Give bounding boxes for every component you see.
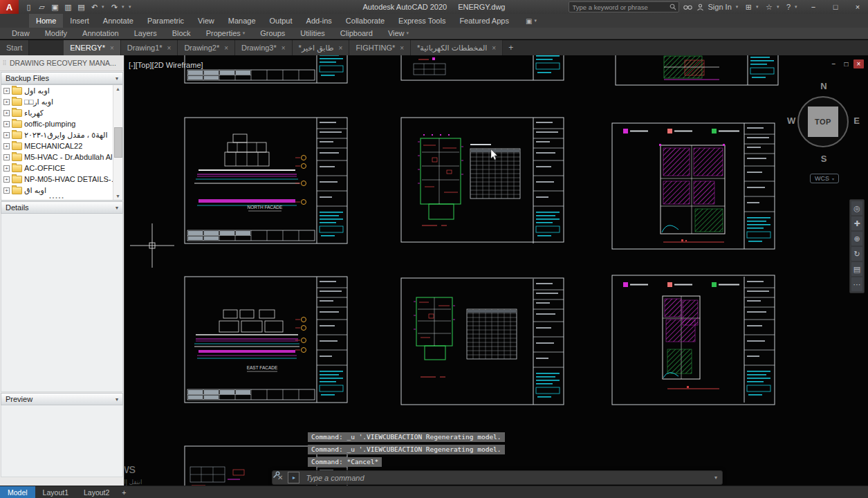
backup-files-header[interactable]: Backup Files ▾ xyxy=(1,72,123,84)
qat-customize-icon[interactable]: ▾ xyxy=(129,4,134,10)
ribbon-tab-insert[interactable]: Insert xyxy=(63,14,96,28)
search-input[interactable] xyxy=(571,3,670,12)
viewcube-top-face[interactable]: TOP xyxy=(808,107,838,137)
ribbon-tab-view[interactable]: View xyxy=(191,14,221,28)
customize-wrench-icon[interactable] xyxy=(273,471,280,479)
ribbon-tab-home[interactable]: Home xyxy=(29,14,63,28)
ribbon-tab-addins[interactable]: Add-ins xyxy=(299,14,339,28)
panel-utilities[interactable]: Utilities xyxy=(293,29,332,37)
minimize-button[interactable]: − xyxy=(804,1,822,13)
file-tab-energy[interactable]: ENERGY*× xyxy=(64,40,121,55)
close-tab-icon[interactable]: × xyxy=(224,44,228,52)
undo-dropdown-icon[interactable]: ▾ xyxy=(102,4,107,10)
details-header[interactable]: Details ▾ xyxy=(1,201,123,214)
doc-restore-icon[interactable]: □ xyxy=(841,59,851,68)
viewcube-west[interactable]: W xyxy=(787,116,795,126)
ribbon-display-dropdown-icon[interactable]: ▾ xyxy=(534,18,539,24)
tree-item[interactable]: +كهرباء xyxy=(1,107,122,118)
new-layout-button[interactable]: + xyxy=(117,486,131,498)
tree-item[interactable]: +NP-M05-HVAC DETAILS-Dr.Ab xyxy=(1,174,122,185)
help-dropdown-icon[interactable]: ▾ xyxy=(795,4,800,10)
collapse-icon[interactable]: ▾ xyxy=(116,75,118,82)
panel-layers[interactable]: Layers xyxy=(127,29,165,37)
restore-button[interactable]: □ xyxy=(827,1,844,13)
close-tab-icon[interactable]: × xyxy=(110,44,114,52)
panel-draw[interactable]: Draw xyxy=(4,29,37,37)
panel-groups[interactable]: Groups xyxy=(252,29,293,37)
autocad-logo-icon[interactable]: A xyxy=(0,0,19,14)
panel-properties[interactable]: Properties▾ xyxy=(198,29,253,37)
close-button[interactable]: × xyxy=(849,1,867,13)
app-store-icon[interactable]: ⊞ xyxy=(746,3,752,12)
ribbon-tab-manage[interactable]: Manage xyxy=(221,14,263,28)
close-tab-icon[interactable]: × xyxy=(167,44,172,52)
model-space-canvas[interactable]: NORTH FACADE xyxy=(124,55,868,486)
tree-item[interactable]: +اوبه ار□□ xyxy=(1,96,122,107)
expand-icon[interactable]: + xyxy=(3,88,10,94)
close-tab-icon[interactable]: × xyxy=(492,44,496,52)
viewcube[interactable]: N TOP W E S xyxy=(787,80,860,164)
stay-connected-dropdown-icon[interactable]: ▾ xyxy=(777,4,782,10)
showmotion-icon[interactable]: ▤ xyxy=(851,262,862,276)
scroll-down-icon[interactable]: ▼ xyxy=(116,194,120,199)
help-icon[interactable]: ? xyxy=(786,3,791,11)
ribbon-tab-featured-apps[interactable]: Featured Apps xyxy=(452,14,516,28)
tree-item[interactable]: +الهة٥ ، مقدل وايرق١-٢٠٢٣ xyxy=(1,129,122,140)
viewcube-south[interactable]: S xyxy=(787,154,860,164)
expand-icon[interactable]: + xyxy=(3,143,10,149)
ribbon-tab-output[interactable]: Output xyxy=(263,14,299,28)
expand-icon[interactable]: + xyxy=(3,154,10,160)
ribbon-tab-express-tools[interactable]: Express Tools xyxy=(391,14,452,28)
tree-item[interactable]: +M5-HVAC - Dr.Abdullah Almoc xyxy=(1,151,122,163)
expand-icon[interactable]: + xyxy=(3,110,10,116)
file-tab-start[interactable]: Start xyxy=(0,40,29,55)
close-tab-icon[interactable]: × xyxy=(400,44,404,52)
expand-icon[interactable]: + xyxy=(3,132,10,138)
undo-icon[interactable]: ↶ xyxy=(89,1,100,12)
file-tab-drawing1[interactable]: Drawing1*× xyxy=(121,40,178,55)
wcs-selector[interactable]: WCS ▾ xyxy=(810,174,839,183)
scroll-up-icon[interactable]: ▲ xyxy=(116,86,120,91)
panel-annotation[interactable]: Annotation xyxy=(75,29,127,37)
close-tab-icon[interactable]: × xyxy=(339,44,343,52)
command-line-dock[interactable]: ✕ ▸ ▾ xyxy=(272,470,723,485)
plot-icon[interactable]: ▤ xyxy=(75,1,87,12)
tree-item[interactable]: +AC-OFFICE xyxy=(1,163,122,174)
close-tab-icon[interactable]: × xyxy=(281,44,286,52)
expand-icon[interactable]: + xyxy=(3,165,10,172)
viewport-controls-label[interactable]: [-][Top][2D Wireframe] xyxy=(129,61,203,69)
expand-icon[interactable]: + xyxy=(3,99,10,105)
recent-commands-icon[interactable]: ▾ xyxy=(714,474,717,481)
preview-header[interactable]: Preview ▾ xyxy=(1,393,123,405)
panel-block[interactable]: Block xyxy=(165,29,198,37)
expand-icon[interactable]: + xyxy=(3,187,10,194)
layout2-tab[interactable]: Layout2 xyxy=(76,486,117,498)
full-navigation-wheel-icon[interactable]: ◎ xyxy=(851,201,862,215)
tree-item[interactable]: +MECHANICAL22 xyxy=(1,140,122,151)
expand-icon[interactable]: + xyxy=(3,121,10,127)
stay-connected-icon[interactable]: ☆ xyxy=(766,3,773,12)
palette-title-bar[interactable]: ⁞⁞ DRAWING RECOVERY MANA... xyxy=(0,55,124,71)
redo-dropdown-icon[interactable]: ▾ xyxy=(122,4,127,10)
orbit-icon[interactable]: ↻ xyxy=(851,247,862,261)
panel-clipboard[interactable]: Clipboard xyxy=(333,29,380,37)
user-icon[interactable] xyxy=(696,3,704,11)
resize-grip[interactable]: ••••• xyxy=(1,195,113,200)
viewcube-north[interactable]: N xyxy=(787,81,860,91)
model-tab[interactable]: Model xyxy=(0,486,35,498)
tree-item[interactable]: +ooffic-plumping xyxy=(1,118,122,129)
zoom-icon[interactable]: ⊕ xyxy=(851,232,862,246)
collapse-icon[interactable]: ▾ xyxy=(116,396,118,403)
ribbon-tab-collaborate[interactable]: Collaborate xyxy=(339,14,391,28)
binoculars-search-icon[interactable] xyxy=(683,3,692,10)
file-tab-last-floor[interactable]: طابق اخير*× xyxy=(293,40,350,55)
file-tab-drawing3[interactable]: Drawing3*× xyxy=(235,40,293,55)
ribbon-display-toggle[interactable]: ▣ ▾ xyxy=(526,14,539,28)
tree-scrollbar[interactable]: ▲ ▼ xyxy=(113,85,122,200)
save-as-icon[interactable]: ▥ xyxy=(62,1,74,12)
doc-close-icon[interactable]: × xyxy=(853,59,864,68)
new-tab-button[interactable]: + xyxy=(503,40,519,55)
sign-in-label[interactable]: Sign In xyxy=(708,3,732,11)
pan-icon[interactable]: ✚ xyxy=(851,216,862,230)
sign-in-dropdown-icon[interactable]: ▾ xyxy=(736,4,741,10)
